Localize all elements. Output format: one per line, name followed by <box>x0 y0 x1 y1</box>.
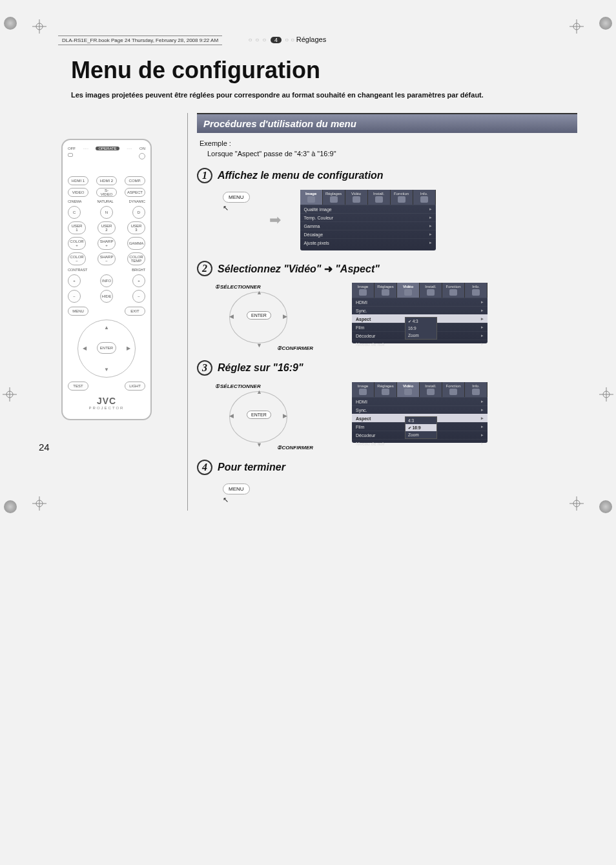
arrow-up-icon: ▲ <box>256 389 262 395</box>
remote-btn-color-plus: COLOR + <box>68 237 86 250</box>
osd-option: 16:9 <box>406 325 436 332</box>
remote-btn-c: C <box>68 206 81 219</box>
arrow-up-icon: ▲ <box>104 325 109 331</box>
osd-submenu: 4:3 16:9 Zoom <box>405 416 437 439</box>
osd-tab: Info. <box>413 190 436 205</box>
step-number: 2 <box>197 261 212 276</box>
remote-btn-user3: USER 3 <box>127 221 145 234</box>
step-title: Sélectionnez "Vidéo""Aspect" <box>218 263 380 275</box>
remote-btn-user2: USER 2 <box>98 221 116 234</box>
osd-row: Qualité image▸ <box>300 205 436 213</box>
osd-tab: Image <box>300 190 323 205</box>
osd-submenu: 4:3 16:9 Zoom <box>405 317 437 340</box>
step-number: 3 <box>197 360 212 376</box>
procedures-heading: Procédures d'utilisation du menu <box>197 113 577 133</box>
remote-btn-aspect: ASPECT <box>125 188 145 197</box>
remote-btn-comp: COMP. <box>125 176 145 185</box>
example-text: Lorsque "Aspect" passe de "4:3" à "16:9" <box>207 150 577 158</box>
step-title: Affichez le menu de configuration <box>218 170 384 181</box>
remote-btn-svideo: S-VIDEO <box>96 188 117 197</box>
arrow-right-icon: ▶ <box>283 313 287 320</box>
crop-mark-icon <box>32 496 46 511</box>
confirmer-label: CONFIRMER <box>277 345 313 351</box>
osd-screenshot-3: Image Réglages Vidéo Install. Fonction I… <box>352 382 488 443</box>
osd-row: Ajuste.pixels▸ <box>300 238 436 247</box>
remote-mode-cinema: CINEMA <box>68 199 81 203</box>
remote-mode-natural: NATURAL <box>97 199 113 203</box>
osd-tab: Réglages <box>375 382 397 397</box>
remote-btn-info: INFO <box>100 274 113 287</box>
crop-mark-icon <box>570 19 584 34</box>
step-title: Réglez sur "16:9" <box>218 362 303 374</box>
selectionner-label: SÉLECTIONNER <box>215 284 261 290</box>
intro-text: Les images projetées peuvent être réglée… <box>71 90 536 100</box>
osd-tab: Fonction <box>391 190 413 205</box>
osd-option: Zoom <box>406 332 436 339</box>
step-number: 4 <box>197 460 212 475</box>
osd-row: HDMI▸ <box>352 397 488 405</box>
plus-icon: + <box>132 274 145 287</box>
remote-btn-menu: MENU <box>68 307 88 316</box>
osd-tab: Image <box>352 382 375 397</box>
osd-screenshot-1: Image Réglages Vidéo Install. Fonction I… <box>300 190 436 250</box>
arrow-down-icon: ▼ <box>104 367 109 372</box>
menu-button-graphic: MENU <box>223 192 250 203</box>
crop-mark-icon <box>3 387 17 402</box>
crop-mark-icon <box>599 387 613 402</box>
enter-pad-graphic: SÉLECTIONNER ▲ ▼ ◀ ▶ ENTER CONFIRMER <box>223 385 294 449</box>
remote-off-label: OFF <box>68 147 76 150</box>
enter-button-graphic: ENTER <box>247 311 271 320</box>
remote-btn-hide: HIDE <box>100 290 113 303</box>
arrow-left-icon: ◀ <box>229 412 234 419</box>
step-number: 1 <box>197 168 212 183</box>
osd-tab: Image <box>352 283 375 298</box>
osd-tab: Vidéo <box>397 283 420 298</box>
arrow-down-icon: ▼ <box>256 442 262 448</box>
binder-ring-icon <box>4 500 17 513</box>
remote-btn-user1: USER 1 <box>68 221 86 234</box>
remote-btn-video: VIDEO <box>68 188 88 197</box>
osd-option-selected: 16:9 <box>406 424 436 431</box>
remote-on-label: ON <box>139 147 145 150</box>
page-header-meta: DLA-RS1E_FR.book Page 24 Thursday, Febru… <box>58 36 222 45</box>
hand-cursor-icon: ↖ <box>223 204 250 212</box>
example-label: Exemple : <box>200 139 577 147</box>
step-title: Pour terminer <box>218 462 285 473</box>
osd-tab: Réglages <box>323 190 345 205</box>
hand-cursor-icon: ↖ <box>223 496 250 504</box>
osd-tab: Vidéo <box>397 382 420 397</box>
osd-tab: Install. <box>420 283 442 298</box>
menu-button-graphic: MENU <box>223 483 250 494</box>
binder-ring-icon <box>599 500 612 513</box>
osd-row: Gamma▸ <box>300 221 436 230</box>
section-number-badge: 4 <box>271 37 282 43</box>
remote-contrast-label: CONTRAST <box>68 268 87 272</box>
brand-logo: JVC <box>68 396 145 406</box>
remote-btn-color-temp: COLOR TEMP <box>127 252 145 265</box>
enter-pad-graphic: SÉLECTIONNER ▲ ▼ ◀ ▶ ENTER CONFIRMER <box>223 285 294 350</box>
osd-tab: Install. <box>420 382 442 397</box>
osd-tab: Vidéo <box>345 190 368 205</box>
remote-led-icon <box>68 153 73 157</box>
osd-row: Décalage▸ <box>300 230 436 238</box>
power-icon <box>139 153 145 159</box>
remote-dpad: ▲ ▼ ◀ ▶ ENTER <box>77 320 136 378</box>
arrow-left-icon: ◀ <box>83 345 87 351</box>
osd-tab: Réglages <box>375 283 397 298</box>
minus-icon: − <box>68 290 81 303</box>
osd-row: Niveau de noir▸ <box>352 340 488 348</box>
remote-btn-hdmi2: HDMI 2 <box>96 176 117 185</box>
arrow-up-icon: ▲ <box>256 289 262 296</box>
osd-option: Zoom <box>406 431 436 438</box>
section-indicator: 4 ○ ○ Réglages <box>245 34 331 45</box>
minus-icon: − <box>132 290 145 303</box>
osd-row: Temp. Couleur▸ <box>300 213 436 221</box>
osd-row: Sync.▸ <box>352 405 488 414</box>
remote-btn-light: LIGHT <box>125 382 145 391</box>
osd-screenshot-2: Image Réglages Vidéo Install. Fonction I… <box>352 283 488 343</box>
arrow-right-icon: ▶ <box>127 345 130 351</box>
plus-icon: + <box>68 274 81 287</box>
remote-subtitle: PROJECTOR <box>68 406 145 410</box>
arrow-down-icon: ▼ <box>256 342 262 349</box>
arrow-left-icon: ◀ <box>229 313 234 320</box>
